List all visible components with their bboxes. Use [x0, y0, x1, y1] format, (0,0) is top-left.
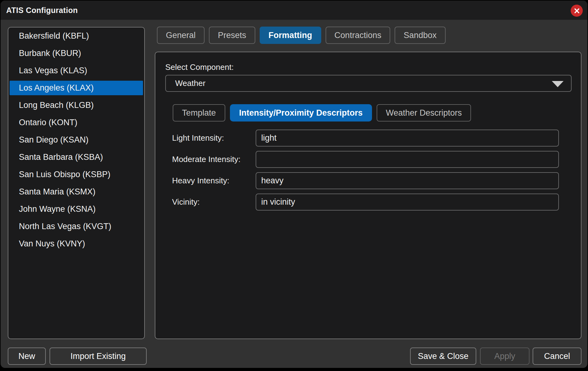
field-row-heavy-intensity: Heavy Intensity: — [155, 172, 581, 189]
airport-item-ksba[interactable]: Santa Barbara (KSBA) — [10, 150, 143, 164]
component-dropdown-value: Weather — [175, 79, 205, 88]
airport-item-kvny[interactable]: Van Nuys (KVNY) — [10, 237, 143, 251]
select-component-label: Select Component: — [165, 62, 234, 72]
close-button[interactable] — [571, 5, 583, 17]
moderate-intensity-input[interactable] — [256, 151, 559, 168]
config-tabs: General Presets Formatting Contractions … — [157, 27, 446, 44]
descriptor-fields: Light Intensity: Moderate Intensity: Hea… — [155, 130, 581, 215]
airport-item-ksna[interactable]: John Wayne (KSNA) — [10, 202, 143, 216]
vicinity-input[interactable] — [256, 194, 559, 211]
airport-item-ksmx[interactable]: Santa Maria (KSMX) — [10, 185, 143, 199]
airport-item-kbur[interactable]: Burbank (KBUR) — [10, 46, 143, 61]
apply-button-disabled[interactable]: Apply — [480, 348, 530, 365]
light-intensity-label: Light Intensity: — [172, 130, 224, 147]
light-intensity-input[interactable] — [256, 130, 559, 147]
field-row-vicinity: Vicinity: — [155, 194, 581, 211]
chevron-down-icon — [552, 81, 564, 87]
airport-item-ksan[interactable]: San Diego (KSAN) — [10, 133, 143, 147]
tab-presets[interactable]: Presets — [209, 27, 255, 44]
tab-formatting-active[interactable]: Formatting — [260, 27, 321, 44]
airport-item-klas[interactable]: Las Vegas (KLAS) — [10, 63, 143, 78]
component-subtabs: Template Intensity/Proximity Descriptors… — [173, 104, 471, 122]
tab-contractions[interactable]: Contractions — [326, 27, 391, 44]
airport-item-kbfl[interactable]: Bakersfield (KBFL) — [10, 29, 143, 43]
airport-item-kont[interactable]: Ontario (KONT) — [10, 115, 143, 130]
close-icon — [573, 7, 580, 14]
subtab-intensity-proximity-descriptors-active[interactable]: Intensity/Proximity Descriptors — [230, 104, 372, 122]
formatting-panel: Select Component: Weather Template Inten… — [155, 52, 582, 339]
subtab-weather-descriptors[interactable]: Weather Descriptors — [377, 104, 471, 122]
heavy-intensity-label: Heavy Intensity: — [172, 172, 229, 189]
component-dropdown[interactable]: Weather — [165, 75, 572, 92]
field-row-light-intensity: Light Intensity: — [155, 130, 581, 147]
tab-sandbox[interactable]: Sandbox — [395, 27, 446, 44]
subtab-template[interactable]: Template — [173, 104, 225, 122]
titlebar: ATIS Configuration — [1, 1, 587, 20]
heavy-intensity-input[interactable] — [256, 172, 559, 189]
atis-configuration-window: ATIS Configuration Bakersfield (KBFL) Bu… — [1, 1, 587, 368]
airport-item-ksbp[interactable]: San Luis Obispo (KSBP) — [10, 167, 143, 182]
tab-general[interactable]: General — [157, 27, 205, 44]
field-row-moderate-intensity: Moderate Intensity: — [155, 151, 581, 168]
import-existing-button[interactable]: Import Existing — [50, 348, 147, 365]
moderate-intensity-label: Moderate Intensity: — [172, 151, 240, 168]
save-and-close-button[interactable]: Save & Close — [410, 348, 476, 365]
screen: ATIS Configuration Bakersfield (KBFL) Bu… — [0, 0, 588, 371]
airport-item-klax-selected[interactable]: Los Angeles (KLAX) — [10, 81, 143, 95]
airport-item-kvgt[interactable]: North Las Vegas (KVGT) — [10, 219, 143, 234]
vicinity-label: Vicinity: — [172, 194, 200, 211]
new-button[interactable]: New — [8, 348, 46, 365]
airport-list: Bakersfield (KBFL) Burbank (KBUR) Las Ve… — [8, 27, 145, 339]
cancel-button[interactable]: Cancel — [533, 348, 582, 365]
airport-item-klgb[interactable]: Long Beach (KLGB) — [10, 98, 143, 113]
window-title: ATIS Configuration — [6, 6, 78, 15]
